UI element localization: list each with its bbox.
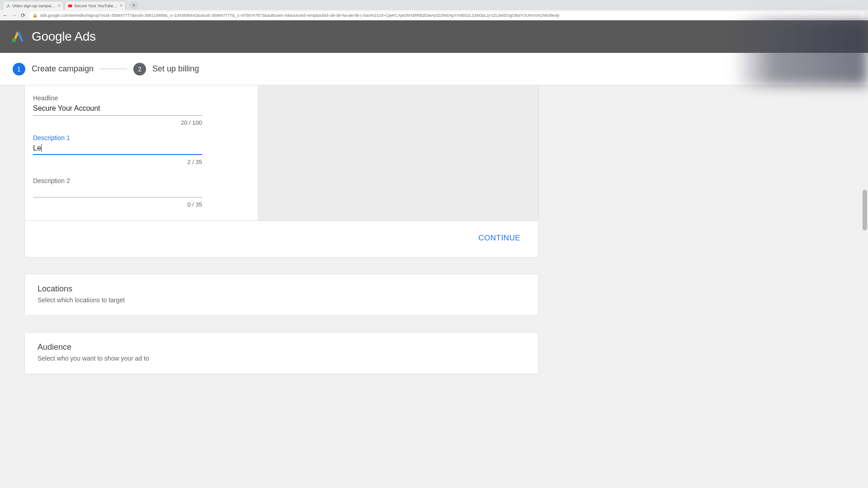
description1-input-wrap[interactable]: Le (33, 144, 202, 155)
browser-tab[interactable]: Secure Your YouTube Account × (65, 1, 126, 10)
text-cursor (41, 144, 42, 152)
tab-title: Secure Your YouTube Account (74, 4, 118, 8)
description1-label: Description 1 (33, 134, 247, 141)
step-number: 1 (13, 63, 25, 75)
lock-icon: 🔒 (33, 13, 38, 18)
continue-card: CONTINUE (24, 221, 539, 258)
step-create-campaign[interactable]: 1 Create campaign (13, 63, 94, 75)
step-connector (100, 69, 127, 69)
app-header: Google Ads (0, 20, 868, 53)
browser-tab-active[interactable]: Video sign-up campaign - 279 × (3, 1, 64, 10)
ad-preview-panel (258, 85, 538, 221)
description1-input[interactable]: Le (33, 144, 41, 152)
step-label: Create campaign (32, 64, 94, 74)
url-text: ads.google.com/aw/video/signup?ocid=3598… (40, 13, 559, 18)
step-label: Set up billing (152, 64, 199, 74)
close-icon[interactable]: × (120, 3, 123, 8)
form-column: Headline Secure Your Account 20 / 100 De… (25, 85, 258, 221)
new-tab-button[interactable]: + (129, 1, 138, 9)
description1-field: Description 1 Le 2 / 35 (33, 134, 247, 165)
description2-input[interactable] (33, 186, 202, 195)
headline-counter: 20 / 100 (33, 119, 202, 126)
locations-subtitle: Select which locations to target (38, 296, 526, 304)
locations-card[interactable]: Locations Select which locations to targ… (24, 274, 539, 316)
tab-title: Video sign-up campaign - 279 (12, 4, 56, 8)
audience-title: Audience (38, 343, 526, 352)
headline-input[interactable]: Secure Your Account (33, 104, 202, 113)
google-ads-logo-icon (11, 29, 25, 44)
logo: Google Ads (11, 29, 96, 44)
close-icon[interactable]: × (58, 3, 61, 8)
headline-field: Headline Secure Your Account 20 / 100 (33, 94, 247, 126)
svg-point-2 (12, 38, 16, 42)
headline-input-wrap[interactable]: Secure Your Account (33, 104, 202, 116)
description2-input-wrap[interactable] (33, 186, 202, 197)
description2-counter: 0 / 35 (33, 201, 202, 208)
locations-title: Locations (38, 284, 526, 294)
description1-counter: 2 / 35 (33, 159, 202, 165)
tab-strip: Video sign-up campaign - 279 × Secure Yo… (0, 0, 868, 10)
browser-chrome: Video sign-up campaign - 279 × Secure Yo… (0, 0, 868, 20)
logo-text: Google Ads (32, 29, 96, 44)
stepper: 1 Create campaign 2 Set up billing (0, 53, 868, 85)
description2-field: Description 2 0 / 35 (33, 177, 247, 208)
back-icon[interactable]: ← (3, 12, 8, 19)
reload-icon[interactable]: ⟳ (21, 12, 25, 19)
ad-text-card: Headline Secure Your Account 20 / 100 De… (24, 85, 539, 221)
headline-label: Headline (33, 94, 247, 102)
browser-toolbar: ← → ⟳ 🔒 ads.google.com/aw/video/signup?o… (0, 10, 868, 20)
audience-card[interactable]: Audience Select who you want to show you… (24, 332, 539, 374)
ads-favicon-icon (6, 4, 10, 8)
url-bar[interactable]: 🔒 ads.google.com/aw/video/signup?ocid=35… (29, 11, 865, 19)
step-number: 2 (133, 63, 146, 75)
continue-button[interactable]: CONTINUE (478, 234, 520, 243)
forward-icon: → (12, 12, 17, 19)
continue-row: CONTINUE (25, 221, 538, 257)
description2-label: Description 2 (33, 177, 247, 184)
step-set-up-billing[interactable]: 2 Set up billing (133, 63, 199, 75)
audience-subtitle: Select who you want to show your ad to (38, 355, 526, 362)
page-content: Headline Secure Your Account 20 / 100 De… (0, 85, 868, 392)
scrollbar-thumb[interactable] (863, 190, 867, 230)
svg-point-0 (6, 6, 8, 8)
youtube-favicon-icon (68, 4, 72, 8)
